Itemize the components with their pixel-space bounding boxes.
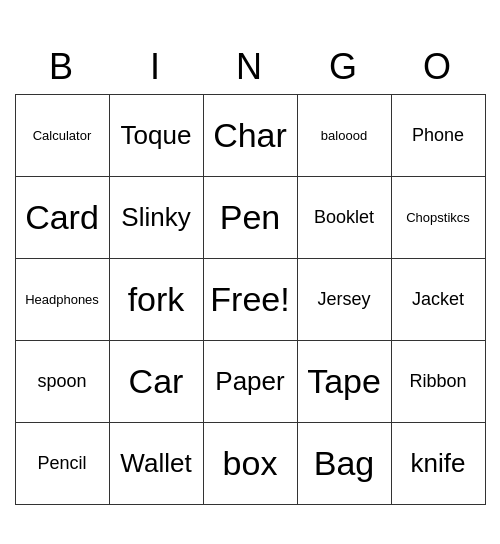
header-letter: G (297, 40, 391, 95)
grid-cell: box (203, 422, 297, 504)
grid-cell: Wallet (109, 422, 203, 504)
grid-row: PencilWalletboxBagknife (15, 422, 485, 504)
grid-cell: Phone (391, 94, 485, 176)
grid-cell: Chopstikcs (391, 176, 485, 258)
grid-row: CardSlinkyPenBookletChopstikcs (15, 176, 485, 258)
grid-cell: Jacket (391, 258, 485, 340)
grid-row: HeadphonesforkFree!JerseyJacket (15, 258, 485, 340)
grid-cell: Ribbon (391, 340, 485, 422)
grid-cell: Free! (203, 258, 297, 340)
grid-cell: Pencil (15, 422, 109, 504)
header-letter: B (15, 40, 109, 95)
grid-cell: fork (109, 258, 203, 340)
header-letter: O (391, 40, 485, 95)
bingo-grid: BINGO CalculatorToqueCharbalooodPhoneCar… (15, 40, 486, 505)
grid-cell: Toque (109, 94, 203, 176)
grid-cell: Headphones (15, 258, 109, 340)
grid-cell: baloood (297, 94, 391, 176)
grid-cell: Slinky (109, 176, 203, 258)
grid-cell: Tape (297, 340, 391, 422)
grid-cell: knife (391, 422, 485, 504)
grid-cell: Pen (203, 176, 297, 258)
grid-cell: Char (203, 94, 297, 176)
grid-cell: Booklet (297, 176, 391, 258)
grid-cell: Card (15, 176, 109, 258)
header-letter: I (109, 40, 203, 95)
header-row: BINGO (15, 40, 485, 95)
grid-cell: Paper (203, 340, 297, 422)
grid-cell: Jersey (297, 258, 391, 340)
grid-row: CalculatorToqueCharbalooodPhone (15, 94, 485, 176)
grid-cell: Car (109, 340, 203, 422)
header-letter: N (203, 40, 297, 95)
grid-cell: spoon (15, 340, 109, 422)
grid-cell: Calculator (15, 94, 109, 176)
grid-cell: Bag (297, 422, 391, 504)
grid-row: spoonCarPaperTapeRibbon (15, 340, 485, 422)
